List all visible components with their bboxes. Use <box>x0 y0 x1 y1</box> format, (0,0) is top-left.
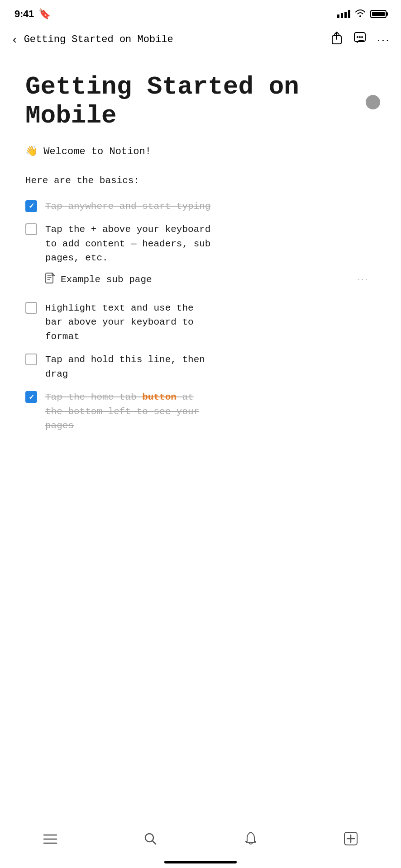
page-title: Getting Started on Mobile <box>25 72 376 131</box>
page-doc-icon <box>45 273 55 287</box>
bookmark-icon: 🔖 <box>38 8 51 20</box>
checkbox-5[interactable] <box>25 391 37 403</box>
svg-point-4 <box>361 36 363 38</box>
checkbox-4[interactable] <box>25 354 37 365</box>
wifi-icon <box>355 9 366 19</box>
page-content: Getting Started on Mobile 👋 Welcome to N… <box>0 54 401 868</box>
basics-label: Here are the basics: <box>25 175 376 186</box>
signal-icon <box>337 10 350 18</box>
svg-point-2 <box>357 36 358 38</box>
sub-page-menu-icon[interactable]: ··· <box>358 274 368 285</box>
checklist-text-3: Highlight text and use thebar above your… <box>45 301 376 344</box>
svg-line-10 <box>153 841 156 844</box>
comment-icon[interactable] <box>353 32 366 47</box>
checklist-item-3: Highlight text and use thebar above your… <box>25 297 376 349</box>
checklist-text-2: Tap the + above your keyboardto add cont… <box>45 224 210 263</box>
back-button[interactable]: ‹ <box>11 31 19 48</box>
checkbox-2[interactable] <box>25 223 37 235</box>
search-icon <box>143 832 157 849</box>
nav-bar: ‹ Getting Started on Mobile ··· <box>0 25 401 54</box>
bell-icon <box>244 831 257 849</box>
title-dot <box>366 95 380 109</box>
checklist-text-4: Tap and hold this line, thendrag <box>45 353 376 381</box>
tab-notifications[interactable] <box>200 827 301 854</box>
sub-page-item[interactable]: Example sub page ··· <box>45 269 376 290</box>
add-icon <box>344 832 358 849</box>
battery-icon <box>370 10 387 18</box>
checkbox-3[interactable] <box>25 302 37 314</box>
tab-new[interactable] <box>301 827 401 853</box>
checklist-text-1: Tap anywhere and start typing <box>45 199 376 214</box>
status-time: 9:41 <box>14 8 34 20</box>
checklist-item-5: Tap the home tab button atthe bottom lef… <box>25 386 376 438</box>
more-icon[interactable]: ··· <box>377 33 390 47</box>
checklist: Tap anywhere and start typing Tap the + … <box>25 195 376 438</box>
welcome-text: 👋 Welcome to Notion! <box>25 145 376 157</box>
sub-page-title[interactable]: Example sub page <box>61 274 352 285</box>
home-list-icon <box>43 833 57 848</box>
tab-home[interactable] <box>0 828 100 853</box>
share-icon[interactable] <box>331 31 343 48</box>
checklist-item-1: Tap anywhere and start typing <box>25 195 376 218</box>
checklist-text-5: Tap the home tab button atthe bottom lef… <box>45 390 376 433</box>
svg-point-3 <box>359 36 361 38</box>
checklist-item-2: Tap the + above your keyboardto add cont… <box>25 218 376 297</box>
nav-title: Getting Started on Mobile <box>24 34 173 45</box>
tab-search[interactable] <box>100 827 201 853</box>
home-indicator <box>164 861 237 863</box>
status-icons <box>337 9 387 19</box>
orange-word: button <box>142 392 177 402</box>
checklist-item-4: Tap and hold this line, thendrag <box>25 348 376 386</box>
checkbox-1[interactable] <box>25 200 37 212</box>
status-bar: 9:41 🔖 <box>0 0 401 25</box>
